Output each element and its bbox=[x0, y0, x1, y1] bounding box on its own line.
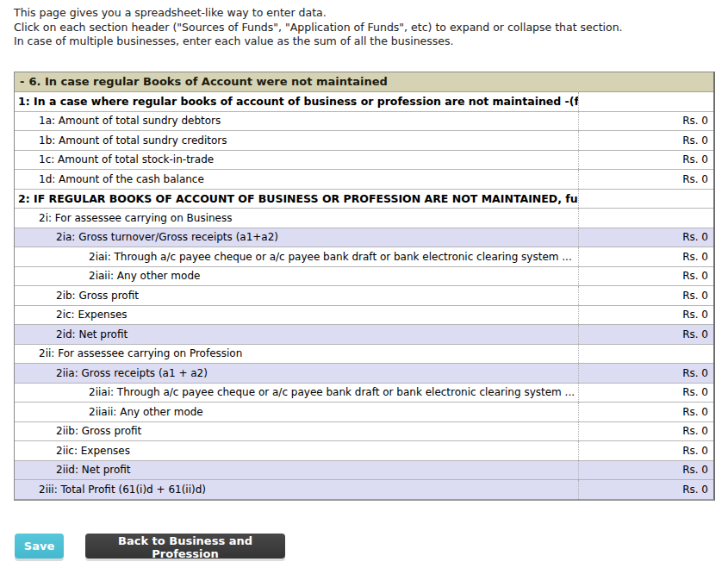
table-row: 2iic: Expenses Rs. 0 bbox=[15, 440, 713, 460]
row-value-cell[interactable]: Rs. 0 bbox=[578, 364, 713, 383]
row-label: 2ib: Gross profit bbox=[15, 286, 578, 305]
table-row: 1c: Amount of total stock-in-trade Rs. 0 bbox=[15, 150, 713, 170]
save-button[interactable]: Save bbox=[15, 534, 64, 559]
instruction-line: Click on each section header ("Sources o… bbox=[14, 21, 623, 35]
row-value-cell[interactable]: Rs. 0 bbox=[578, 170, 713, 189]
row-value-cell bbox=[578, 190, 713, 209]
table-row: 2iiaii: Any other mode Rs. 0 bbox=[15, 402, 713, 421]
row-value-cell[interactable]: Rs. 0 bbox=[578, 422, 713, 441]
row-label: 2iib: Gross profit bbox=[15, 422, 578, 441]
row-value-cell bbox=[578, 92, 713, 111]
table-row: 2ic: Expenses Rs. 0 bbox=[15, 305, 713, 325]
table-row: 2iib: Gross profit Rs. 0 bbox=[15, 421, 713, 441]
row-value-cell[interactable]: Rs. 0 bbox=[578, 306, 713, 325]
table-row: 2iiai: Through a/c payee cheque or a/c p… bbox=[15, 383, 713, 403]
row-label: 2i: For assessee carrying on Business bbox=[15, 209, 578, 228]
row-label: 2iaii: Any other mode bbox=[15, 267, 578, 286]
row-value-cell[interactable]: Rs. 0 bbox=[578, 131, 713, 150]
row-value-cell[interactable]: Rs. 0 bbox=[578, 480, 713, 499]
row-value-cell[interactable]: Rs. 0 bbox=[578, 151, 713, 170]
table-row: 1d: Amount of the cash balance Rs. 0 bbox=[15, 169, 713, 189]
row-value-cell[interactable]: Rs. 0 bbox=[578, 325, 713, 344]
collapse-indicator-icon: - bbox=[20, 75, 24, 89]
row-label: 2iii: Total Profit (61(i)d + 61(ii)d) bbox=[15, 480, 578, 499]
books-not-maintained-section: -6. In case regular Books of Account wer… bbox=[14, 72, 715, 501]
back-to-business-and-profession-button[interactable]: Back to Business and Profession bbox=[85, 534, 285, 559]
row-label: 1b: Amount of total sundry creditors bbox=[15, 131, 578, 150]
row-label: 2iai: Through a/c payee cheque or a/c pa… bbox=[15, 247, 578, 266]
row-value-cell[interactable]: Rs. 0 bbox=[578, 403, 713, 421]
row-value-cell[interactable]: Rs. 0 bbox=[578, 384, 713, 403]
table-row: 1: In a case where regular books of acco… bbox=[15, 92, 713, 111]
instruction-line: In case of multiple businesses, enter ea… bbox=[14, 34, 623, 49]
row-label: 1c: Amount of total stock-in-trade bbox=[15, 151, 578, 170]
row-value-cell bbox=[578, 209, 713, 228]
table-row: 2iai: Through a/c payee cheque or a/c pa… bbox=[15, 247, 713, 266]
table-row: 2: IF REGULAR BOOKS OF ACCOUNT OF BUSINE… bbox=[15, 189, 713, 209]
row-label: 1d: Amount of the cash balance bbox=[15, 170, 578, 189]
row-label: 2iiaii: Any other mode bbox=[15, 403, 578, 421]
row-label: 2id: Net profit bbox=[15, 325, 578, 344]
row-label: 2iic: Expenses bbox=[15, 441, 578, 460]
row-label: 2ic: Expenses bbox=[15, 306, 578, 325]
section-title: 6. In case regular Books of Account were… bbox=[28, 75, 387, 88]
row-value-cell[interactable]: Rs. 0 bbox=[578, 267, 713, 286]
table-row: 2id: Net profit Rs. 0 bbox=[15, 324, 713, 344]
row-value-cell[interactable]: Rs. 0 bbox=[578, 286, 713, 305]
table-row: 2iii: Total Profit (61(i)d + 61(ii)d) Rs… bbox=[15, 479, 713, 499]
table-row: 2i: For assessee carrying on Business bbox=[15, 208, 713, 228]
section-header-books-not-maintained[interactable]: -6. In case regular Books of Account wer… bbox=[15, 72, 713, 92]
row-value-cell[interactable]: Rs. 0 bbox=[578, 112, 713, 131]
row-value-cell[interactable]: Rs. 0 bbox=[578, 461, 713, 480]
row-value-cell[interactable]: Rs. 0 bbox=[578, 228, 713, 247]
row-label: 1a: Amount of total sundry debtors bbox=[15, 112, 578, 131]
table-row: 1b: Amount of total sundry creditors Rs.… bbox=[15, 130, 713, 150]
row-label: 2ia: Gross turnover/Gross receipts (a1+a… bbox=[15, 228, 578, 247]
table-row: 2iia: Gross receipts (a1 + a2) Rs. 0 bbox=[15, 363, 713, 383]
row-label: 2iid: Net profit bbox=[15, 461, 578, 480]
row-label: 2iiai: Through a/c payee cheque or a/c p… bbox=[15, 384, 578, 403]
table-row: 2iid: Net profit Rs. 0 bbox=[15, 460, 713, 480]
table-row: 2ib: Gross profit Rs. 0 bbox=[15, 285, 713, 305]
row-label: 2: IF REGULAR BOOKS OF ACCOUNT OF BUSINE… bbox=[15, 190, 578, 209]
row-label: 2ii: For assessee carrying on Profession bbox=[15, 345, 578, 364]
row-label: 2iia: Gross receipts (a1 + a2) bbox=[15, 364, 578, 383]
table-row: 2iaii: Any other mode Rs. 0 bbox=[15, 266, 713, 286]
row-label: 1: In a case where regular books of acco… bbox=[15, 92, 578, 111]
sheet-body: 1: In a case where regular books of acco… bbox=[15, 92, 713, 499]
page-instructions: This page gives you a spreadsheet-like w… bbox=[14, 6, 623, 49]
table-row: 1a: Amount of total sundry debtors Rs. 0 bbox=[15, 111, 713, 131]
row-value-cell[interactable]: Rs. 0 bbox=[578, 247, 713, 266]
row-value-cell[interactable]: Rs. 0 bbox=[578, 441, 713, 460]
table-row: 2ia: Gross turnover/Gross receipts (a1+a… bbox=[15, 228, 713, 247]
table-row: 2ii: For assessee carrying on Profession bbox=[15, 344, 713, 364]
row-value-cell bbox=[578, 345, 713, 364]
instruction-line: This page gives you a spreadsheet-like w… bbox=[14, 6, 623, 21]
